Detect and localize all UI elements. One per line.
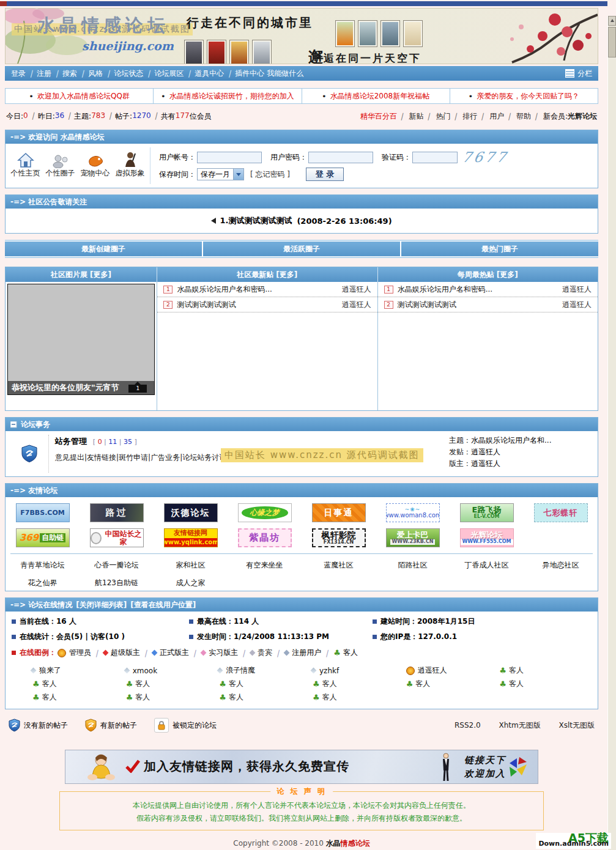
nav-register[interactable]: 注册: [37, 66, 51, 81]
shortcut-homepage[interactable]: 个性主页: [10, 149, 42, 183]
xhtm-link[interactable]: Xhtm无图版: [499, 721, 540, 730]
rank-badge: 1: [163, 286, 173, 294]
scroll-thumb[interactable]: [608, 27, 616, 57]
friend-banner-rishi[interactable]: 日事通: [312, 503, 366, 522]
banner-slogan-2: 邂逅在同一片天空下: [308, 46, 421, 64]
friend-banner-woman8[interactable]: ~❀~www.woman8.com: [386, 503, 440, 522]
nav-forum-zone[interactable]: 论坛展区: [154, 66, 184, 81]
post-title-link[interactable]: 测试测试测试测试: [398, 300, 562, 310]
post-title-link[interactable]: 水晶娱乐论坛用户名和密码...: [177, 284, 341, 295]
notice-link[interactable]: 1.测试测试测试测试: [220, 215, 292, 226]
announcement-link[interactable]: 亲爱的朋友，你今天回贴了吗？: [477, 91, 579, 102]
yqlink-ad-banner[interactable]: 加入友情链接网，获得永久免费宣传 链接天下欢迎加入: [65, 750, 538, 784]
post-author-link[interactable]: 逍遥狂人: [562, 300, 592, 310]
save-time-select[interactable]: 保存一月: [197, 168, 244, 180]
nav-login[interactable]: 登录: [11, 66, 26, 81]
close-detail-list-link[interactable]: [关闭详细列表]: [76, 598, 127, 612]
friend-link[interactable]: 有空来坐坐: [228, 560, 302, 571]
friend-banner-chinaz[interactable]: 中国站长之家: [90, 528, 144, 547]
xslt-link[interactable]: Xslt无图版: [558, 721, 595, 730]
link-digest[interactable]: 精华百分百: [360, 112, 397, 120]
welcome-box: -=> 欢迎访问 水晶情感论坛 个性主页 个性圈子 宠物中心 虚拟形象: [5, 130, 598, 188]
user-link[interactable]: 浪子情魔: [226, 665, 255, 676]
announcement-link[interactable]: 水晶情感论坛诚招斑竹，期待您的加入: [169, 91, 294, 102]
nav-style[interactable]: 风格: [88, 66, 103, 81]
announcement-link[interactable]: 水晶情感论坛2008新年祝福帖: [330, 91, 430, 102]
announcement-cell[interactable]: 欢迎加入水晶情感论坛QQ群: [6, 89, 153, 103]
friend-link[interactable]: 成人之家: [154, 578, 228, 588]
captcha-input[interactable]: [412, 152, 458, 163]
user-link[interactable]: 逍遥狂人: [418, 665, 447, 676]
user-link[interactable]: yzhkf: [319, 667, 339, 675]
gallery-page-tab[interactable]: 1: [128, 385, 147, 393]
friend-banner-guanghui[interactable]: 光辉论坛WWW.FF555.COM: [460, 528, 514, 547]
gallery-image[interactable]: [8, 284, 154, 381]
post-author-link[interactable]: 逍遥狂人: [562, 284, 592, 295]
announcement-cell[interactable]: 水晶情感论坛2008新年祝福帖: [302, 89, 450, 103]
last-poster-link[interactable]: 逍遥狂人: [471, 448, 500, 456]
banner-slogan-1: 行走在不同的城市里: [187, 15, 313, 31]
nav-forum-status[interactable]: 论坛状态: [114, 66, 143, 81]
latest-more-link[interactable]: [更多]: [276, 270, 297, 279]
link-help[interactable]: 帮助: [516, 112, 531, 120]
link-ranking[interactable]: 排行: [462, 112, 477, 120]
friend-link[interactable]: 陌路社区: [376, 560, 450, 571]
link-new-posts[interactable]: 新贴: [409, 112, 424, 120]
friend-banner-kaba[interactable]: 爱上卡巴WWW.23KB.CN: [386, 528, 440, 547]
friend-link[interactable]: 家和社区: [154, 560, 228, 571]
post-title-link[interactable]: 水晶娱乐论坛用户名和密码...: [398, 284, 562, 295]
user-link[interactable]: 狼来了: [39, 665, 61, 676]
new-member-link[interactable]: 光辉论坛: [568, 112, 597, 120]
friend-banner-zizhulian[interactable]: 369自助链: [16, 528, 70, 547]
login-button[interactable]: 登 录: [306, 168, 344, 181]
link-hot[interactable]: 热门: [436, 112, 450, 120]
account-input[interactable]: [197, 152, 262, 163]
friend-banner-luguo[interactable]: 路过: [90, 503, 144, 522]
friend-banner-qicai[interactable]: 七彩蝶轩: [534, 503, 588, 522]
friend-banner-xinyuan[interactable]: 心缘之梦: [238, 503, 292, 522]
friend-banner-zijingfang[interactable]: 紫晶坊: [238, 528, 292, 547]
collapse-icon[interactable]: [10, 421, 17, 428]
square-bullet-red: [12, 651, 16, 655]
a5-download-badge[interactable]: A5下载 Down.admin5.com: [536, 833, 611, 849]
nav-split-columns[interactable]: 分栏: [577, 66, 592, 81]
moderator-link[interactable]: 逍遥狂人: [471, 459, 500, 468]
nav-plugin-center[interactable]: 插件中心: [235, 66, 264, 81]
friend-banner-elu-feiyang[interactable]: E路飞扬EL-V.COM: [460, 503, 514, 522]
friend-link[interactable]: 蓝魔社区: [302, 560, 376, 571]
scrollbar[interactable]: [607, 16, 616, 850]
hot-more-link[interactable]: [更多]: [497, 270, 518, 279]
friend-link[interactable]: 丁香成人社区: [450, 560, 524, 571]
friend-link[interactable]: 异地恋社区: [524, 560, 598, 571]
friend-link[interactable]: 花之仙界: [6, 578, 80, 588]
friend-link[interactable]: 航123自助链: [80, 578, 154, 588]
post-author-link[interactable]: 逍遥狂人: [342, 284, 371, 295]
rss-link[interactable]: RSS2.0: [455, 721, 481, 730]
forgot-password-link[interactable]: [ 忘记密码 ]: [250, 169, 290, 180]
user-link[interactable]: xmook: [133, 667, 157, 675]
friend-banner-fengxuan[interactable]: 枫轩影院FX1314.CN: [312, 528, 366, 547]
friend-link[interactable]: 心香一瓣论坛: [80, 560, 154, 571]
last-topic-link[interactable]: 水晶娱乐论坛用户名和...: [471, 436, 551, 445]
shortcut-circle[interactable]: 个性圈子: [45, 149, 76, 183]
friend-banner-f7bbs[interactable]: F7BBS.COM: [16, 503, 70, 522]
announcement-cell[interactable]: 亲爱的朋友，你今天回贴了吗？: [450, 89, 598, 103]
shortcut-avatar[interactable]: 虚拟形象: [114, 149, 146, 183]
nav-search[interactable]: 搜索: [62, 66, 77, 81]
post-author-link[interactable]: 逍遥狂人: [342, 300, 371, 310]
nav-props-center[interactable]: 道具中心: [195, 66, 224, 81]
password-input[interactable]: [308, 152, 373, 163]
announcement-link[interactable]: 欢迎加入水晶情感论坛QQ群: [37, 91, 130, 102]
shortcut-pets[interactable]: 宠物中心: [80, 149, 111, 183]
gallery-more-link[interactable]: [更多]: [90, 270, 111, 279]
friend-banner-yqlink[interactable]: 友情链接网www.yqlink.com: [164, 528, 218, 547]
view-user-location-link[interactable]: [查看在线用户位置]: [130, 598, 196, 612]
friend-banner-wode[interactable]: 沃德论坛: [164, 503, 218, 522]
scroll-up-button[interactable]: [608, 16, 616, 26]
announcement-cell[interactable]: 水晶情感论坛诚招斑竹，期待您的加入: [153, 89, 301, 103]
post-title-link[interactable]: 测试测试测试测试: [177, 300, 341, 310]
nav-what-can-i-do[interactable]: 我能做什么: [267, 66, 303, 81]
board-link[interactable]: 站务管理: [55, 437, 87, 446]
link-users[interactable]: 用户: [489, 112, 504, 120]
friend-link[interactable]: 青青草地论坛: [6, 560, 80, 571]
